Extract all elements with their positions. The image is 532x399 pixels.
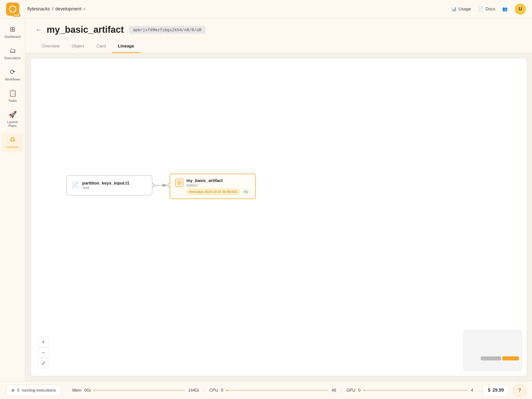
launch-plans-icon: 🚀 — [9, 111, 17, 119]
sidebar-item-dashboard[interactable]: ⊞ Dashboard — [2, 22, 23, 42]
mini-map — [463, 330, 522, 371]
app-logo[interactable]: Beta — [6, 3, 19, 16]
artifact-id-badge: apbrjxfd9mzfzbgs2kh4/n0/0/o0 — [129, 26, 205, 34]
zoom-in-button[interactable]: + — [38, 337, 48, 347]
tab-object[interactable]: Object — [66, 40, 90, 53]
tab-card[interactable]: Card — [90, 40, 112, 53]
artifact-node-icon — [175, 179, 183, 187]
environment-name: development — [55, 6, 81, 12]
mem-bar — [94, 390, 185, 391]
dollar-icon: $ — [488, 388, 490, 393]
task-node-type: Task — [82, 186, 129, 190]
zoom-controls: + − ⤢ — [38, 337, 48, 368]
gpu-label: GPU — [346, 388, 355, 393]
docs-icon: 📄 — [478, 6, 483, 12]
sidebar: ⊞ Dashboard 🗂 Executions ⟳ Workflows 📋 T… — [0, 18, 25, 381]
cpu-current: 0 — [221, 388, 223, 393]
nav-right: 📊 Usage 📄 Docs 👥 U — [451, 4, 526, 15]
tab-lineage[interactable]: Lineage — [112, 40, 140, 53]
beta-badge: Beta — [13, 14, 20, 17]
mini-map-task-node — [481, 356, 501, 360]
gpu-max: 4 — [471, 388, 473, 393]
mini-map-artifact-node — [502, 356, 519, 360]
dashboard-icon: ⊞ — [10, 25, 15, 33]
sidebar-item-executions[interactable]: 🗂 Executions — [2, 44, 23, 63]
cpu-label: CPU — [209, 388, 218, 393]
help-button[interactable]: ? — [513, 384, 526, 397]
gpu-current: 0 — [358, 388, 361, 393]
zoom-out-button[interactable]: − — [38, 347, 48, 358]
executions-status: 0 running executions — [6, 385, 61, 396]
cpu-metric: CPU 0 48 — [204, 388, 342, 393]
mem-label: Mem — [72, 388, 81, 393]
back-button[interactable]: ← — [36, 26, 42, 33]
admin-link[interactable]: 👥 — [502, 6, 508, 12]
fit-view-button[interactable]: ⤢ — [38, 358, 48, 368]
page-header: ← my_basic_artifact apbrjxfd9mzfzbgs2kh4… — [25, 18, 532, 53]
sidebar-item-workflows[interactable]: ⟳ Workflows — [2, 65, 23, 84]
cost-value: 29.99 — [492, 388, 504, 393]
docs-link[interactable]: 📄 Docs — [478, 6, 495, 12]
project-name: flytesnacks — [27, 6, 50, 12]
content-area: ← my_basic_artifact apbrjxfd9mzfzbgs2kh4… — [25, 18, 532, 381]
connector-svg — [31, 58, 527, 376]
task-node-name: partition_keys_input.t1 — [82, 181, 129, 186]
executions-icon: 🗂 — [9, 47, 16, 55]
workflows-icon: ⟳ — [10, 68, 15, 76]
cost-badge: $ 29.99 — [483, 384, 509, 396]
chevron-down-icon: ▾ — [83, 7, 85, 11]
project-selector[interactable]: flytesnacks / development ▾ — [27, 6, 85, 12]
page-title-row: ← my_basic_artifact apbrjxfd9mzfzbgs2kh4… — [36, 24, 522, 35]
tasks-icon: 📋 — [9, 89, 17, 97]
bar-chart-icon: 📊 — [451, 6, 456, 12]
sidebar-item-artifacts[interactable]: ♻ Artifacts — [2, 133, 23, 152]
page-title: my_basic_artifact — [47, 24, 124, 35]
lineage-canvas: 📄 partition_keys_input.t1 Task — [31, 58, 527, 376]
user-avatar[interactable]: U — [515, 4, 526, 15]
gpu-metric: GPU 0 4 — [341, 388, 478, 393]
mem-current: 0Gi — [84, 388, 91, 393]
logo-container: Beta — [6, 3, 19, 16]
cpu-bar — [226, 390, 328, 391]
mem-metric: Mem 0Gi 144Gi — [67, 388, 204, 393]
executions-count: 0 — [17, 388, 19, 393]
tab-overview[interactable]: Overview — [36, 40, 66, 53]
artifacts-icon: ♻ — [10, 136, 15, 144]
navbar: Beta flytesnacks / development ▾ 📊 Usage… — [0, 0, 532, 18]
cpu-max: 48 — [332, 388, 336, 393]
people-icon: 👥 — [502, 6, 508, 12]
artifact-node-name: my_basic_artifact — [186, 178, 223, 183]
gpu-bar — [364, 390, 468, 391]
executions-label: running executions — [22, 388, 56, 393]
sidebar-item-launch-plans[interactable]: 🚀 Launch Plans — [2, 108, 23, 131]
mem-max: 144Gi — [188, 388, 199, 393]
lineage-canvas-area: 📄 partition_keys_input.t1 Task — [30, 58, 527, 376]
artifact-extra-tags: +1 — [242, 189, 250, 194]
artifact-node-type: Artifact — [186, 183, 223, 187]
task-node[interactable]: 📄 partition_keys_input.t1 Task — [66, 175, 152, 195]
main-layout: ⊞ Dashboard 🗂 Executions ⟳ Workflows 📋 T… — [0, 18, 532, 381]
tabs: Overview Object Card Lineage — [36, 40, 522, 53]
task-node-icon: 📄 — [72, 182, 79, 189]
execution-status-dot — [11, 389, 14, 392]
artifact-node[interactable]: my_basic_artifact Artifact timeValue:202… — [170, 174, 256, 199]
usage-link[interactable]: 📊 Usage — [451, 6, 471, 12]
artifact-tag: timeValue:2024-10-31 00:00:00Z — [186, 189, 240, 195]
status-bar: 0 running executions Mem 0Gi 144Gi CPU 0… — [0, 381, 532, 399]
sidebar-item-tasks[interactable]: 📋 Tasks — [2, 86, 23, 106]
